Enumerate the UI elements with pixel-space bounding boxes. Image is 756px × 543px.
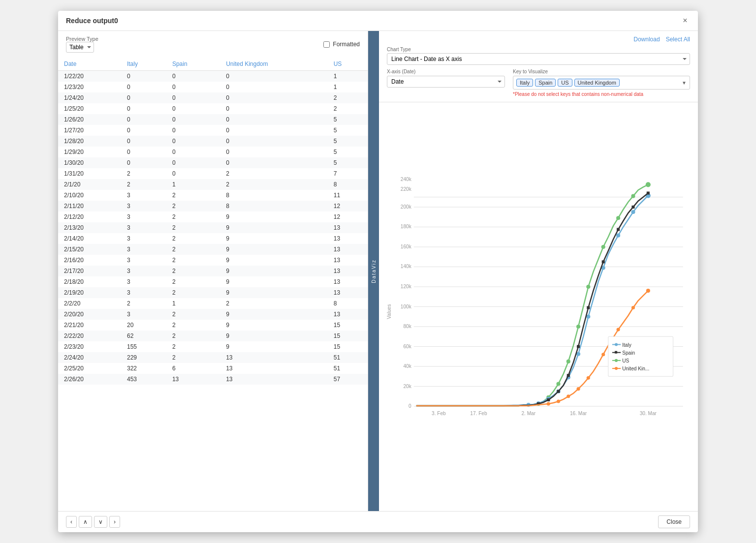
svg-point-59 bbox=[617, 328, 620, 332]
table-row: 2/21/20202915 bbox=[58, 320, 368, 331]
table-cell: 2 bbox=[166, 276, 220, 287]
chart-panel: Download Select All Chart Type Line Char… bbox=[379, 31, 698, 511]
chart-svg: Values 0 20k 40k bbox=[384, 107, 693, 506]
svg-point-31 bbox=[616, 216, 620, 220]
svg-point-73 bbox=[615, 359, 618, 362]
table-cell: 0 bbox=[166, 92, 220, 103]
table-cell: 20 bbox=[121, 320, 166, 331]
table-cell: 13 bbox=[328, 276, 368, 287]
left-panel: Preview Type Table Formatted bbox=[58, 31, 368, 511]
table-cell: 2 bbox=[166, 233, 220, 244]
table-cell: 3 bbox=[121, 211, 166, 222]
svg-point-63 bbox=[567, 394, 570, 398]
table-cell: 2 bbox=[121, 298, 166, 309]
table-cell: 2 bbox=[166, 341, 220, 352]
table-cell: 0 bbox=[166, 168, 220, 179]
table-row: 1/26/200005 bbox=[58, 114, 368, 125]
formatted-checkbox[interactable] bbox=[323, 41, 330, 48]
nav-prev-button[interactable]: ∧ bbox=[79, 516, 92, 528]
close-button[interactable]: Close bbox=[658, 515, 690, 528]
key-tags-container[interactable]: Italy Spain US United Kingdom ▼ bbox=[513, 76, 690, 90]
table-cell: 0 bbox=[220, 82, 328, 92]
nav-first-button[interactable]: ‹ bbox=[66, 516, 77, 528]
table-cell: 0 bbox=[166, 71, 220, 82]
dataviz-sidebar: DataViz bbox=[368, 31, 379, 511]
table-cell: 2/1/20 bbox=[58, 179, 121, 190]
table-cell: 11 bbox=[328, 190, 368, 201]
download-button[interactable]: Download bbox=[633, 36, 660, 43]
table-row: 2/19/2032913 bbox=[58, 287, 368, 298]
table-cell: 0 bbox=[220, 147, 328, 157]
data-table: Date Italy Spain United Kingdom US 1/22/… bbox=[58, 58, 368, 385]
table-cell: 0 bbox=[166, 114, 220, 125]
table-row: 1/27/200005 bbox=[58, 125, 368, 136]
table-cell: 0 bbox=[220, 71, 328, 82]
col-italy: Italy bbox=[121, 58, 166, 71]
table-row: 2/1/202128 bbox=[58, 179, 368, 190]
key-dropdown-arrow: ▼ bbox=[682, 80, 687, 86]
xaxis-select[interactable]: Date bbox=[387, 76, 505, 88]
dataviz-label: DataViz bbox=[371, 259, 377, 283]
table-cell: 3 bbox=[121, 201, 166, 211]
table-row: 2/26/20453131357 bbox=[58, 374, 368, 385]
table-cell: 13 bbox=[166, 374, 220, 385]
svg-point-76 bbox=[615, 367, 618, 370]
table-container[interactable]: Date Italy Spain United Kingdom US 1/22/… bbox=[58, 58, 368, 511]
controls-row1: Download Select All bbox=[387, 36, 690, 43]
axis-key-row: X-axis (Date) Date Key to Visualize Ital… bbox=[387, 69, 690, 97]
key-label: Key to Visualize bbox=[513, 69, 690, 74]
svg-text:40k: 40k bbox=[403, 363, 411, 369]
table-cell: 13 bbox=[220, 352, 328, 363]
close-x-button[interactable]: × bbox=[680, 16, 690, 26]
chart-type-select[interactable]: Line Chart - Date as X axis bbox=[387, 53, 690, 65]
table-cell: 2 bbox=[121, 168, 166, 179]
svg-text:100k: 100k bbox=[401, 304, 412, 309]
nav-last-button[interactable]: › bbox=[109, 516, 120, 528]
select-all-button[interactable]: Select All bbox=[666, 36, 690, 43]
modal-overlay: Reduce output0 × Preview Type Table bbox=[0, 0, 756, 543]
svg-text:140k: 140k bbox=[401, 264, 412, 270]
table-cell: 13 bbox=[328, 244, 368, 255]
chart-controls: Download Select All Chart Type Line Char… bbox=[379, 31, 698, 102]
table-cell: 5 bbox=[328, 125, 368, 136]
table-row: 2/20/2032913 bbox=[58, 309, 368, 320]
table-cell: 2 bbox=[166, 320, 220, 331]
table-cell: 2 bbox=[166, 201, 220, 211]
table-row: 2/23/201552915 bbox=[58, 341, 368, 352]
table-cell: 2/2/20 bbox=[58, 298, 121, 309]
table-cell: 2/12/20 bbox=[58, 211, 121, 222]
table-row: 2/12/2032912 bbox=[58, 211, 368, 222]
table-cell: 0 bbox=[220, 92, 328, 103]
svg-text:120k: 120k bbox=[401, 284, 412, 289]
svg-rect-52 bbox=[587, 306, 590, 309]
table-cell: 0 bbox=[121, 136, 166, 147]
svg-point-36 bbox=[556, 382, 560, 386]
table-row: 2/14/2032913 bbox=[58, 233, 368, 244]
table-cell: 51 bbox=[328, 363, 368, 374]
table-cell: 2/17/20 bbox=[58, 266, 121, 276]
table-cell: 2 bbox=[166, 190, 220, 201]
table-cell: 57 bbox=[328, 374, 368, 385]
preview-type-select[interactable]: Table bbox=[66, 42, 94, 53]
us-dot-end bbox=[646, 182, 651, 187]
formatted-label: Formatted bbox=[323, 41, 360, 48]
table-cell: 5 bbox=[328, 136, 368, 147]
table-cell: 1 bbox=[166, 298, 220, 309]
svg-text:Spain: Spain bbox=[622, 350, 635, 356]
table-cell: 13 bbox=[220, 374, 328, 385]
table-cell: 0 bbox=[166, 147, 220, 157]
table-cell: 0 bbox=[166, 103, 220, 114]
col-uk: United Kingdom bbox=[220, 58, 328, 71]
table-cell: 3 bbox=[121, 276, 166, 287]
table-cell: 9 bbox=[220, 255, 328, 266]
table-cell: 2/11/20 bbox=[58, 201, 121, 211]
table-cell: 0 bbox=[166, 157, 220, 168]
table-cell: 2 bbox=[166, 287, 220, 298]
table-cell: 2/14/20 bbox=[58, 233, 121, 244]
y-axis-title: Values bbox=[386, 304, 392, 319]
table-cell: 2/25/20 bbox=[58, 363, 121, 374]
table-cell: 2/23/20 bbox=[58, 341, 121, 352]
spain-dot-end bbox=[647, 192, 650, 195]
nav-next-button[interactable]: ∨ bbox=[94, 516, 107, 528]
svg-rect-55 bbox=[557, 390, 560, 393]
